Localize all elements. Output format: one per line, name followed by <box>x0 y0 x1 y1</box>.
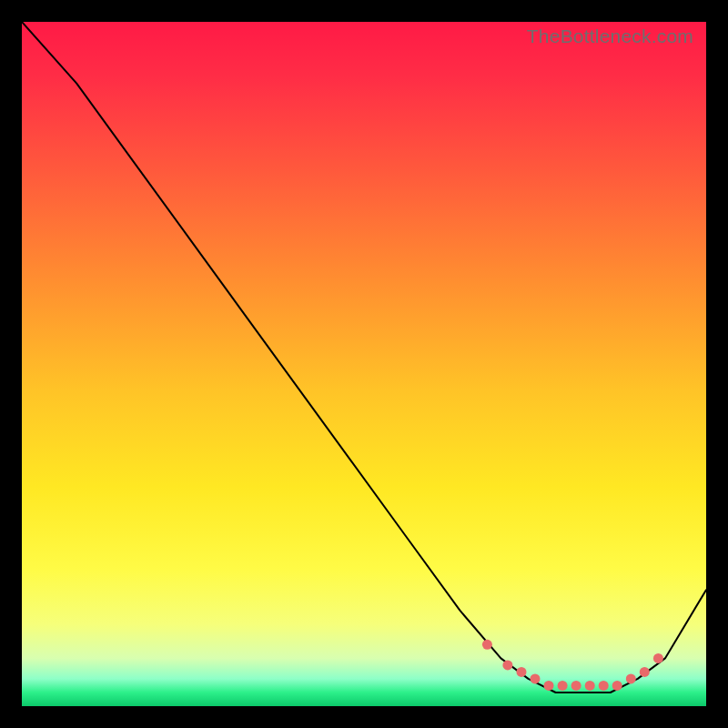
optimal-point <box>531 673 541 683</box>
chart-plot-area: TheBottleneck.com <box>22 22 706 706</box>
optimal-point <box>558 681 568 691</box>
optimal-point <box>571 681 581 691</box>
optimal-point <box>599 681 609 691</box>
optimal-point <box>482 640 492 650</box>
optimal-point <box>544 681 554 691</box>
bottleneck-curve <box>22 22 706 693</box>
optimal-point <box>517 667 527 677</box>
optimal-point <box>640 667 650 677</box>
optimal-point <box>612 681 622 691</box>
chart-svg <box>22 22 706 706</box>
optimal-point <box>653 653 663 663</box>
optimal-point <box>585 681 595 691</box>
optimal-zone-dots <box>482 640 663 691</box>
optimal-point <box>626 673 636 683</box>
optimal-point <box>502 660 512 670</box>
